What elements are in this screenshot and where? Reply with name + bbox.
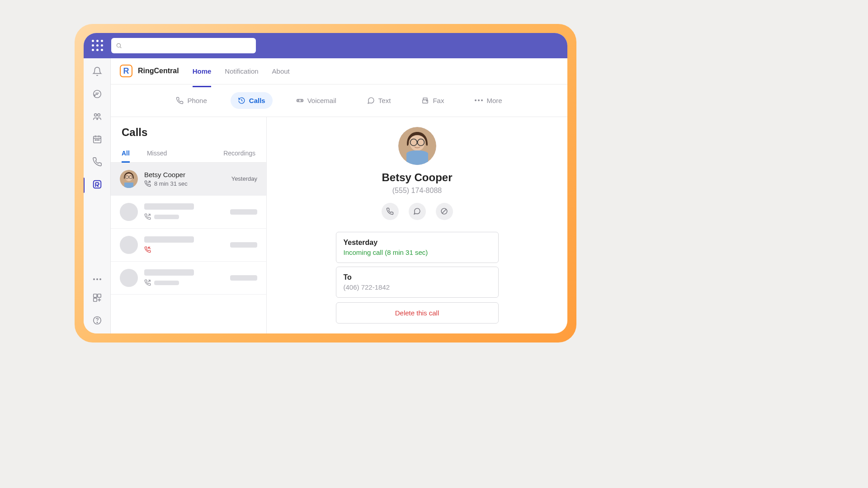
subnav-fax-label: Fax <box>433 97 444 104</box>
app-grid-icon[interactable] <box>92 40 103 51</box>
call-button[interactable] <box>382 203 399 220</box>
filter-missed[interactable]: Missed <box>147 150 167 162</box>
svg-point-5 <box>94 113 97 116</box>
call-to-card: To (406) 722-1842 <box>336 267 499 298</box>
call-detail: Betsy Cooper (555) 174-8088 <box>267 117 567 333</box>
card-to-number: (406) 722-1842 <box>344 283 491 291</box>
avatar-placeholder <box>120 236 138 254</box>
subnav-fax[interactable]: Fax <box>414 92 451 109</box>
tab-notification[interactable]: Notification <box>225 64 258 79</box>
search-box[interactable] <box>111 38 256 53</box>
svg-line-1 <box>120 47 122 48</box>
tab-home[interactable]: Home <box>193 64 212 79</box>
subnav-more-label: More <box>486 97 502 104</box>
avatar <box>120 170 138 188</box>
calls-title: Calls <box>122 126 255 139</box>
svg-line-31 <box>148 181 150 183</box>
call-list: Calls All Missed Recordings <box>111 117 267 333</box>
svg-rect-16 <box>97 294 100 297</box>
calendar-icon[interactable] <box>92 134 102 144</box>
more-options-icon[interactable] <box>93 278 101 280</box>
left-rail <box>84 58 111 333</box>
subnav-calls-label: Calls <box>249 97 265 104</box>
card-direction-duration: Incoming call (8 min 31 sec) <box>344 249 491 256</box>
svg-rect-17 <box>93 298 96 301</box>
card-to-label: To <box>344 273 491 282</box>
svg-point-19 <box>97 322 97 322</box>
svg-point-11 <box>95 139 96 140</box>
message-button[interactable] <box>409 203 426 220</box>
block-button[interactable] <box>436 203 453 220</box>
svg-point-22 <box>301 100 302 101</box>
outgoing-call-icon <box>144 180 151 187</box>
outgoing-call-icon <box>144 279 151 286</box>
subnav-phone[interactable]: Phone <box>169 92 214 109</box>
delete-call-button[interactable]: Delete this call <box>336 302 499 324</box>
brand-row: R RingCentral Home Notification About <box>111 58 567 84</box>
filter-recordings[interactable]: Recordings <box>223 150 255 162</box>
subnav-voicemail[interactable]: Voicemail <box>289 92 344 109</box>
brand-name: RingCentral <box>138 67 179 75</box>
split-view: Calls All Missed Recordings <box>111 117 567 333</box>
missed-call-icon <box>144 246 151 253</box>
block-icon <box>440 207 448 215</box>
call-item-name: Betsy Cooper <box>144 171 225 178</box>
detail-phone: (555) 174-8088 <box>392 187 442 195</box>
detail-name: Betsy Cooper <box>382 171 452 184</box>
chat-icon[interactable] <box>92 89 102 99</box>
phone-icon <box>176 97 184 104</box>
search-icon <box>116 42 122 49</box>
card-when: Yesterday <box>344 239 491 247</box>
call-item-placeholder[interactable] <box>111 262 266 295</box>
detail-avatar <box>398 127 436 165</box>
call-item-placeholder[interactable] <box>111 196 266 229</box>
sub-nav: Phone Calls Voicemail Text <box>111 84 567 117</box>
subnav-calls[interactable]: Calls <box>231 92 273 109</box>
avatar-placeholder <box>120 269 138 287</box>
bell-icon[interactable] <box>92 66 102 76</box>
svg-rect-30 <box>124 183 133 188</box>
svg-line-33 <box>148 247 150 249</box>
contacts-icon[interactable] <box>92 112 102 122</box>
call-info-card: Yesterday Incoming call (8 min 31 sec) <box>336 232 499 263</box>
brand-logo: R <box>120 65 132 77</box>
ringcentral-app-icon-wrap[interactable] <box>92 179 102 191</box>
outgoing-call-icon <box>144 213 151 220</box>
svg-rect-14 <box>93 180 101 188</box>
filter-tabs: All Missed Recordings <box>111 142 266 163</box>
search-input[interactable] <box>126 42 251 49</box>
fax-icon <box>421 97 429 104</box>
message-icon <box>413 207 421 215</box>
ringcentral-app-icon <box>92 179 102 189</box>
text-icon <box>367 97 375 104</box>
phone-icon[interactable] <box>92 157 102 167</box>
svg-rect-40 <box>406 153 428 165</box>
history-icon <box>238 97 245 104</box>
voicemail-icon <box>296 97 304 104</box>
call-item-time: Yesterday <box>231 175 257 182</box>
device-frame: R RingCentral Home Notification About Ph… <box>75 24 576 343</box>
call-item[interactable]: Betsy Cooper 8 min 31 sec Yesterday <box>111 163 266 196</box>
subnav-text[interactable]: Text <box>360 92 398 109</box>
call-item-duration: 8 min 31 sec <box>154 180 188 187</box>
svg-point-25 <box>427 100 427 101</box>
avatar-placeholder <box>120 203 138 221</box>
call-item-placeholder[interactable] <box>111 229 266 262</box>
subnav-voicemail-label: Voicemail <box>307 97 336 104</box>
svg-point-21 <box>297 100 299 101</box>
filter-all[interactable]: All <box>122 150 130 162</box>
svg-point-0 <box>117 43 120 47</box>
apps-icon[interactable] <box>92 293 102 303</box>
help-icon[interactable] <box>92 315 102 325</box>
subnav-more[interactable]: More <box>467 92 509 109</box>
tab-about[interactable]: About <box>272 64 290 79</box>
app-window: R RingCentral Home Notification About Ph… <box>84 33 567 333</box>
main-area: R RingCentral Home Notification About Ph… <box>84 58 567 333</box>
action-row <box>382 203 453 220</box>
top-bar <box>84 33 567 58</box>
subnav-text-label: Text <box>378 97 391 104</box>
svg-line-32 <box>148 214 150 216</box>
svg-point-6 <box>97 113 100 116</box>
subnav-phone-label: Phone <box>187 97 207 104</box>
svg-line-34 <box>148 280 150 282</box>
